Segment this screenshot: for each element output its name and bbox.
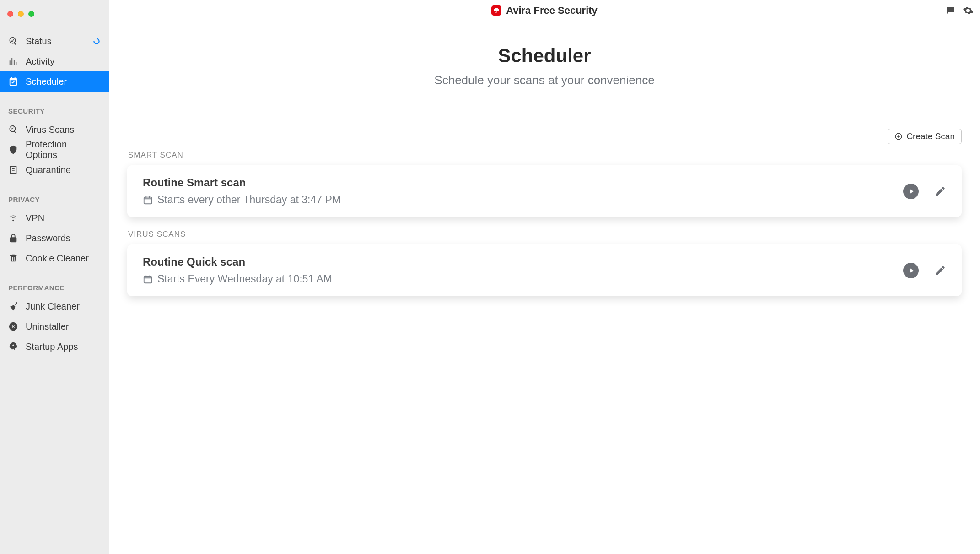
sidebar-item-label: Virus Scans (26, 125, 74, 135)
sidebar-item-label: Quarantine (26, 165, 71, 175)
sidebar-section-performance: PERFORMANCE (0, 284, 109, 292)
sync-spinner-icon (92, 37, 101, 45)
app-title: Avira Free Security (506, 5, 598, 16)
calendar-icon (143, 274, 153, 284)
edit-scan-button[interactable] (934, 185, 946, 197)
rocket-icon (8, 342, 18, 352)
group-header-smart-scan: SMART SCAN (128, 151, 962, 160)
activity-icon (8, 56, 18, 66)
sidebar-item-label: Junk Cleaner (26, 301, 80, 312)
scan-card-smart: Routine Smart scan Starts every other Th… (127, 165, 962, 217)
main-content: Avira Free Security Scheduler Schedule y… (109, 0, 980, 554)
create-scan-button[interactable]: Create Scan (888, 129, 962, 144)
sidebar-section-security: SECURITY (0, 107, 109, 115)
sidebar-item-label: Scheduler (26, 76, 67, 87)
sidebar-item-activity[interactable]: Activity (0, 51, 109, 71)
sidebar-item-scheduler[interactable]: Scheduler (0, 71, 109, 92)
window-minimize-button[interactable] (18, 11, 24, 17)
x-circle-icon (8, 321, 18, 331)
shield-check-icon (8, 145, 18, 155)
sidebar-item-label: Protection Options (26, 139, 101, 160)
sidebar-item-virus-scans[interactable]: Virus Scans (0, 119, 109, 140)
broom-icon (8, 301, 18, 311)
lock-icon (8, 233, 18, 243)
group-header-virus-scans: VIRUS SCANS (128, 230, 962, 239)
settings-button[interactable] (963, 5, 974, 16)
scheduler-icon (8, 76, 18, 87)
sidebar: Status Activity Scheduler SECURITY Virus… (0, 0, 109, 554)
scan-card-title: Routine Smart scan (143, 176, 903, 189)
sidebar-item-cookie-cleaner[interactable]: Cookie Cleaner (0, 248, 109, 268)
page-subtitle: Schedule your scans at your convenience (127, 73, 962, 87)
sidebar-item-quarantine[interactable]: Quarantine (0, 160, 109, 180)
sidebar-item-startup-apps[interactable]: Startup Apps (0, 337, 109, 357)
sidebar-item-label: Passwords (26, 233, 70, 244)
window-maximize-button[interactable] (28, 11, 34, 17)
trash-icon (8, 253, 18, 263)
sidebar-item-label: VPN (26, 213, 44, 223)
page-title: Scheduler (127, 45, 962, 67)
scan-card-title: Routine Quick scan (143, 255, 903, 268)
titlebar: Avira Free Security (109, 0, 980, 21)
sidebar-section-privacy: PRIVACY (0, 196, 109, 203)
sidebar-item-protection-options[interactable]: Protection Options (0, 140, 109, 160)
wifi-icon (8, 213, 18, 223)
scan-card-schedule: Starts every other Thursday at 3:47 PM (157, 194, 341, 206)
sidebar-item-uninstaller[interactable]: Uninstaller (0, 316, 109, 337)
create-scan-label: Create Scan (906, 131, 955, 141)
magnify-check-icon (8, 125, 18, 135)
sidebar-item-label: Cookie Cleaner (26, 253, 89, 264)
sidebar-item-passwords[interactable]: Passwords (0, 228, 109, 248)
sidebar-item-junk-cleaner[interactable]: Junk Cleaner (0, 296, 109, 316)
sidebar-item-label: Startup Apps (26, 342, 78, 352)
run-scan-button[interactable] (903, 184, 919, 199)
scan-card-schedule: Starts Every Wednesday at 10:51 AM (157, 273, 332, 285)
quarantine-icon (8, 165, 18, 175)
app-logo-icon (491, 5, 501, 16)
macos-traffic-lights (0, 6, 109, 21)
sidebar-item-label: Activity (26, 56, 54, 67)
plus-circle-icon (894, 132, 903, 141)
calendar-icon (143, 195, 153, 205)
feedback-button[interactable] (945, 5, 956, 16)
sidebar-item-label: Uninstaller (26, 321, 69, 332)
run-scan-button[interactable] (903, 263, 919, 278)
window-close-button[interactable] (7, 11, 13, 17)
sidebar-item-vpn[interactable]: VPN (0, 208, 109, 228)
edit-scan-button[interactable] (934, 265, 946, 277)
status-icon (8, 36, 18, 46)
sidebar-item-status[interactable]: Status (0, 31, 109, 51)
scan-card-quick: Routine Quick scan Starts Every Wednesda… (127, 244, 962, 296)
sidebar-item-label: Status (26, 36, 52, 47)
app-window: Status Activity Scheduler SECURITY Virus… (0, 0, 980, 554)
